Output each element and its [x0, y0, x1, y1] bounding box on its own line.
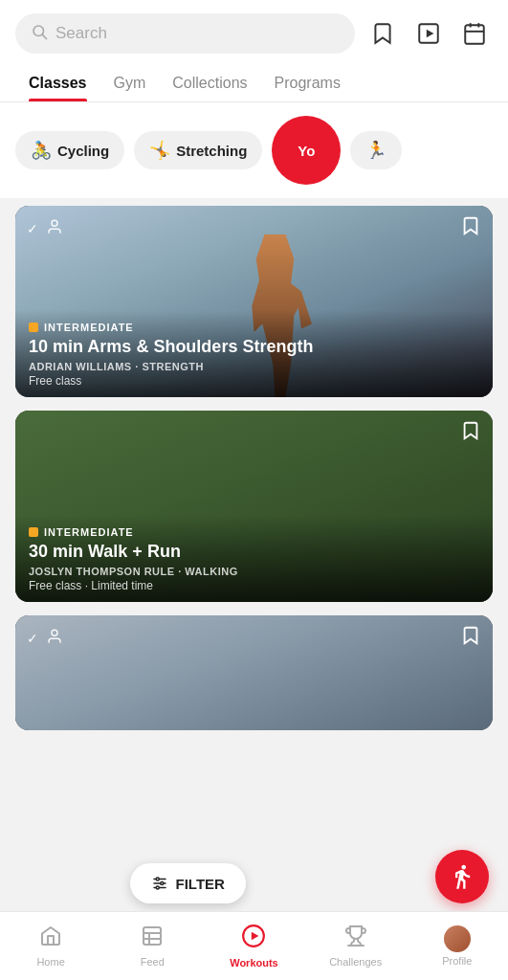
- card-1-info: INTERMEDIATE 10 min Arms & Shoulders Str…: [15, 310, 493, 397]
- nav-challenges-label: Challenges: [329, 956, 382, 968]
- card-1-user-icon: [46, 218, 63, 239]
- chip-stretching-label: Stretching: [176, 143, 247, 159]
- card-1-level-text: INTERMEDIATE: [44, 322, 134, 333]
- svg-point-9: [52, 630, 57, 635]
- card-3-top-left: ✓: [27, 628, 63, 649]
- card-1-title: 10 min Arms & Shoulders Strength: [29, 337, 479, 358]
- card-1-free: Free class: [29, 374, 479, 388]
- tab-gym[interactable]: Gym: [100, 63, 160, 101]
- header: Search: [0, 0, 508, 63]
- card-1-image: ✓ INTERMEDIATE 10 min Arms & Shoulders: [15, 206, 493, 397]
- search-placeholder-text: Search: [55, 24, 107, 43]
- card-1-subtitle: ADRIAN WILLIAMS · STRENGTH: [29, 361, 479, 372]
- chip-yoga-label: Yo: [298, 143, 315, 159]
- card-3-image: ✓: [15, 615, 493, 730]
- card-1-top-left: ✓: [27, 218, 63, 239]
- nav-feed-label: Feed: [141, 956, 165, 968]
- card-2-title: 30 min Walk + Run: [29, 542, 479, 563]
- chip-cycling[interactable]: 🚴 Cycling: [15, 131, 124, 169]
- card-2-level: INTERMEDIATE: [29, 526, 479, 538]
- svg-point-13: [156, 878, 159, 880]
- card-2-image: INTERMEDIATE 30 min Walk + Run JOSLYN TH…: [15, 411, 493, 602]
- chip-more[interactable]: 🏃: [350, 131, 402, 169]
- nav-challenges[interactable]: Challenges: [327, 924, 385, 968]
- svg-point-8: [52, 220, 57, 226]
- svg-point-14: [160, 882, 163, 885]
- filter-label: FILTER: [176, 876, 225, 892]
- filter-button[interactable]: FILTER: [130, 863, 246, 903]
- cycling-icon: 🚴: [31, 140, 52, 161]
- search-icon: [31, 23, 48, 44]
- card-1-level: INTERMEDIATE: [29, 322, 479, 333]
- profile-avatar: [444, 925, 471, 952]
- workout-card-3[interactable]: ✓: [15, 615, 493, 730]
- card-2-free: Free class · Limited time: [29, 579, 479, 592]
- svg-rect-4: [465, 25, 484, 44]
- card-3-check: ✓: [27, 631, 38, 646]
- search-bar[interactable]: Search: [15, 13, 355, 54]
- nav-home[interactable]: Home: [22, 924, 79, 968]
- bottom-nav: Home Feed Workouts Challenges Profile: [0, 911, 508, 980]
- challenges-icon: [344, 924, 367, 953]
- card-2-subtitle: JOSLYN THOMPSON RULE · WALKING: [29, 566, 479, 577]
- svg-point-15: [156, 886, 159, 889]
- nav-profile[interactable]: Profile: [429, 925, 486, 967]
- card-1-check: ✓: [27, 221, 38, 236]
- nav-home-label: Home: [36, 956, 64, 968]
- workouts-icon: [241, 924, 266, 954]
- category-row: 🚴 Cycling 🤸 Stretching Yo 🏃: [0, 102, 508, 198]
- card-1-bookmark[interactable]: [460, 215, 481, 241]
- card-1-level-dot: [29, 323, 38, 332]
- bookmark-button[interactable]: [364, 15, 401, 52]
- card-2-level-dot: [29, 527, 38, 537]
- home-icon: [39, 924, 62, 953]
- card-2-level-text: INTERMEDIATE: [44, 526, 134, 538]
- card-3-bookmark[interactable]: [460, 625, 481, 651]
- tab-collections[interactable]: Collections: [159, 63, 260, 101]
- stretching-icon: 🤸: [149, 140, 170, 161]
- svg-marker-21: [252, 932, 259, 941]
- card-2-top-row: [27, 420, 481, 446]
- card-1-top-row: ✓: [27, 215, 481, 241]
- svg-line-1: [42, 34, 46, 38]
- chip-yoga[interactable]: Yo: [272, 116, 341, 185]
- card-2-info: INTERMEDIATE 30 min Walk + Run JOSLYN TH…: [15, 515, 493, 602]
- tab-classes[interactable]: Classes: [15, 63, 100, 101]
- feed-icon: [141, 924, 164, 953]
- card-2-bookmark[interactable]: [460, 420, 481, 446]
- app-container: Search Classes Gym Collections Programs …: [0, 0, 508, 980]
- play-button[interactable]: [410, 15, 447, 52]
- tabs-row: Classes Gym Collections Programs: [0, 63, 508, 102]
- calendar-button[interactable]: [456, 15, 493, 52]
- cards-container: ✓ INTERMEDIATE 10 min Arms & Shoulders: [0, 198, 508, 980]
- workout-card-2[interactable]: INTERMEDIATE 30 min Walk + Run JOSLYN TH…: [15, 411, 493, 602]
- more-icon: 🏃: [365, 140, 387, 161]
- nav-feed[interactable]: Feed: [123, 924, 181, 968]
- chip-stretching[interactable]: 🤸 Stretching: [134, 131, 262, 169]
- header-icons: [364, 15, 493, 52]
- nav-workouts-label: Workouts: [230, 957, 278, 969]
- svg-marker-3: [427, 30, 434, 38]
- card-3-user-icon: [46, 628, 63, 649]
- chip-cycling-label: Cycling: [57, 143, 109, 159]
- workout-card-1[interactable]: ✓ INTERMEDIATE 10 min Arms & Shoulders: [15, 206, 493, 397]
- card-3-top-row: ✓: [27, 625, 481, 651]
- tab-programs[interactable]: Programs: [261, 63, 354, 101]
- svg-rect-16: [144, 927, 161, 945]
- fab-run-button[interactable]: [435, 850, 489, 903]
- nav-workouts[interactable]: Workouts: [225, 924, 282, 969]
- nav-profile-label: Profile: [442, 955, 472, 967]
